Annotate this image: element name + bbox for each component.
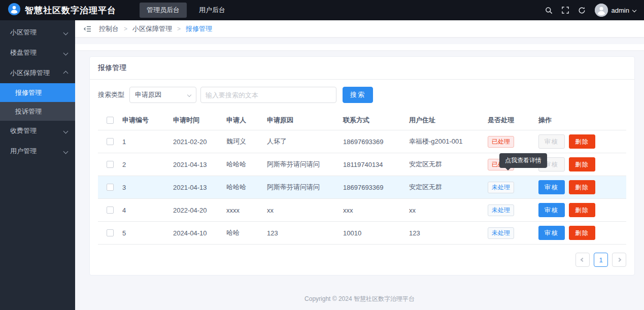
app-logo: 智慧社区数字治理平台 (8, 3, 116, 17)
audit-button[interactable]: 审核 (538, 203, 565, 217)
details-tooltip: 点我查看详情 (499, 153, 547, 168)
tooltip-text: 点我查看详情 (505, 157, 541, 164)
breadcrumb-console[interactable]: 控制台 (99, 24, 119, 33)
sidebar-collapse-icon[interactable] (83, 25, 92, 32)
refresh-icon[interactable] (578, 7, 586, 14)
cell-reason: 阿斯蒂芬请问请问 (267, 183, 343, 192)
copyright-footer: Copyright © 2024 智慧社区数字治理平台 (75, 295, 644, 303)
cell-contact: 18697693369 (343, 184, 409, 191)
status-tag[interactable]: 未处理 (488, 182, 514, 193)
table-row: 4 2022-04-20 xxxx xx xxx xx 未处理 审核 删除 (98, 199, 626, 222)
chevron-up-icon (63, 71, 69, 76)
search-input[interactable] (200, 87, 336, 103)
status-tag[interactable]: 未处理 (488, 204, 514, 216)
breadcrumb-bar: 控制台 > 小区保障管理 > 报修管理 (75, 20, 644, 37)
tab-user-backend[interactable]: 用户后台 (192, 3, 232, 18)
cell-address: 安定区无群 (409, 183, 488, 192)
sidebar-item-user-mgmt[interactable]: 用户管理 (0, 141, 75, 161)
delete-button[interactable]: 删除 (569, 157, 595, 171)
pagination: 1 (90, 245, 634, 275)
avatar[interactable] (595, 4, 608, 17)
logo-icon (8, 3, 20, 17)
cell-apply-id: 2 (122, 161, 173, 168)
chevron-down-icon (63, 50, 69, 55)
col-address: 用户住址 (409, 116, 488, 125)
cell-apply-id: 5 (122, 229, 173, 237)
delete-button[interactable]: 删除 (569, 203, 595, 217)
sidebar-item-fee-mgmt[interactable]: 收费管理 (0, 121, 75, 141)
repair-table: 申请编号 申请时间 申请人 申请原因 联系方式 用户住址 是否处理 操作 1 2… (90, 110, 634, 245)
cell-applicant: 哈哈 (226, 228, 267, 237)
col-applicant: 申请人 (226, 116, 267, 125)
repair-card: 报修管理 搜索类型 申请原因 搜索 申请编号 申请时间 申请人 申请原因 联系方… (89, 56, 635, 275)
status-tag[interactable]: 未处理 (488, 227, 514, 239)
chevron-down-icon (187, 93, 191, 97)
cell-apply-time: 2024-04-10 (173, 229, 226, 237)
page-number-1[interactable]: 1 (594, 253, 608, 267)
cell-reason: xx (267, 206, 343, 214)
search-icon[interactable] (545, 7, 553, 14)
sidebar-item-complaint-mgmt[interactable]: 投诉管理 (0, 102, 75, 121)
delete-button[interactable]: 删除 (569, 226, 595, 240)
top-header: 智慧社区数字治理平台 管理员后台 用户后台 admin (0, 0, 644, 20)
search-type-label: 搜索类型 (98, 90, 124, 99)
chevron-down-icon (63, 30, 69, 35)
col-status: 是否处理 (488, 116, 538, 125)
delete-button[interactable]: 删除 (569, 134, 595, 149)
sidebar-item-community-mgmt[interactable]: 小区管理 (0, 22, 75, 43)
cell-apply-id: 3 (122, 184, 173, 191)
col-contact: 联系方式 (343, 116, 409, 125)
next-page-button[interactable] (612, 253, 626, 267)
table-row: 3 2021-04-13 哈哈哈 阿斯蒂芬请问请问 18697693369 安定… (98, 176, 626, 199)
cell-contact: 18697693369 (343, 138, 409, 146)
col-apply-id: 申请编号 (122, 116, 173, 125)
cell-address: 安定区无群 (409, 160, 488, 169)
table-row: 5 2024-04-10 哈哈 123 10010 123 未处理 审核 删除 (98, 222, 626, 245)
user-menu[interactable]: admin (595, 4, 636, 17)
cell-reason: 人坏了 (267, 137, 343, 146)
main-content: 控制台 > 小区保障管理 > 报修管理 报修管理 搜索类型 申请原因 搜索 (75, 20, 644, 310)
sidebar-item-building-mgmt[interactable]: 楼盘管理 (0, 43, 75, 63)
col-actions: 操作 (538, 116, 626, 125)
cell-apply-id: 1 (122, 138, 173, 146)
app-title: 智慧社区数字治理平台 (25, 5, 116, 16)
sidebar-item-guarantee-mgmt[interactable]: 小区保障管理 (0, 63, 75, 83)
col-reason: 申请原因 (267, 116, 343, 125)
search-row: 搜索类型 申请原因 搜索 (90, 80, 634, 110)
tab-admin-backend[interactable]: 管理员后台 (140, 3, 187, 18)
cell-applicant: 哈哈哈 (226, 160, 267, 169)
fullscreen-icon[interactable] (562, 7, 569, 14)
cell-contact: 10010 (343, 229, 409, 237)
table-row: 1 2021-02-20 魏珂义 人坏了 18697693369 幸福楼-g20… (98, 130, 626, 153)
status-tag[interactable]: 已处理 (488, 136, 514, 148)
cell-address: xx (409, 206, 488, 214)
row-checkbox[interactable] (107, 138, 114, 145)
cell-reason: 123 (267, 229, 343, 237)
search-button[interactable]: 搜索 (343, 87, 373, 103)
search-type-select[interactable]: 申请原因 (129, 87, 196, 103)
cell-address: 123 (409, 229, 488, 237)
row-checkbox[interactable] (107, 206, 114, 214)
prev-page-button[interactable] (575, 253, 590, 267)
breadcrumb-separator: > (177, 25, 181, 32)
caret-down-icon (632, 8, 636, 12)
breadcrumb-current: 报修管理 (186, 24, 212, 33)
row-checkbox[interactable] (107, 184, 114, 191)
select-all-checkbox[interactable] (107, 117, 114, 124)
breadcrumb-separator: > (124, 25, 127, 32)
cell-reason: 阿斯蒂芬请问请问 (267, 160, 343, 169)
delete-button[interactable]: 删除 (569, 180, 595, 194)
audit-button[interactable]: 审核 (538, 226, 565, 240)
cell-apply-time: 2021-04-13 (173, 184, 226, 191)
audit-button[interactable]: 审核 (538, 180, 565, 194)
sidebar-item-repair-mgmt[interactable]: 报修管理 (0, 83, 75, 102)
cell-apply-time: 2022-04-20 (173, 206, 226, 214)
audit-button[interactable]: 审核 (538, 134, 565, 149)
row-checkbox[interactable] (107, 229, 114, 236)
breadcrumb-guarantee[interactable]: 小区保障管理 (132, 24, 172, 33)
cell-address: 幸福楼-g2001-001 (409, 137, 488, 146)
chevron-down-icon (63, 128, 69, 133)
row-checkbox[interactable] (107, 161, 114, 168)
col-apply-time: 申请时间 (173, 116, 226, 125)
cell-applicant: 魏珂义 (226, 137, 267, 146)
